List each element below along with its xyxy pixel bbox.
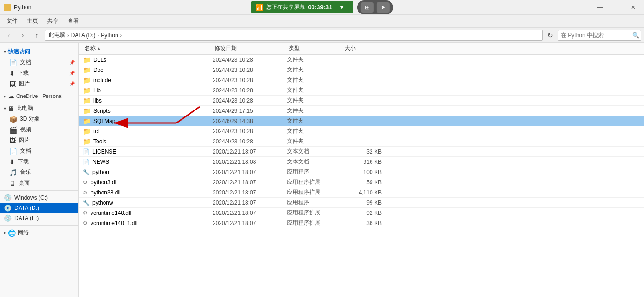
refresh-button[interactable]: ↻ — [545, 30, 556, 41]
table-row[interactable]: 📄 NEWS 2020/12/21 18:08 文本文档 916 KB — [79, 157, 644, 167]
file-name-cell: ⚙ vcruntime140_1.dll — [79, 220, 209, 226]
menu-file[interactable]: 文件 — [2, 15, 22, 27]
search-icon: 🔍 — [632, 32, 639, 39]
dll-icon: ⚙ — [83, 210, 88, 216]
sidebar-onedrive-header[interactable]: ▸ ☁ OneDrive - Personal — [0, 91, 78, 101]
share-controls: ⊞ ➤ — [357, 0, 393, 14]
3d-icon: 📦 — [9, 116, 17, 123]
col-size-label: 大小 — [345, 45, 356, 52]
sidebar-network-section: ▸ 🌐 网络 — [0, 227, 78, 238]
file-name-cell: 📁 SQLMap — [79, 117, 209, 125]
breadcrumb-python[interactable]: Python — [101, 32, 118, 39]
sidebar-item-desktop[interactable]: 🖥 桌面 — [0, 178, 78, 188]
share-ctrl-arrow-button[interactable]: ➤ — [377, 2, 390, 13]
drive-c-label: Windows (C:) — [14, 194, 48, 201]
restore-button[interactable]: □ — [610, 2, 624, 13]
file-name-text: LICENSE — [92, 148, 116, 155]
menu-view[interactable]: 查看 — [63, 15, 84, 27]
file-type-cell: 应用程序 — [283, 168, 339, 176]
search-input[interactable] — [561, 32, 631, 39]
file-date-cell: 2024/4/23 10:28 — [209, 57, 283, 63]
table-row[interactable]: ⚙ vcruntime140.dll 2020/12/21 18:07 应用程序… — [79, 208, 644, 218]
table-row[interactable]: 🔧 python 2020/12/21 18:07 应用程序 100 KB — [79, 167, 644, 177]
pin-icon: 📌 — [69, 60, 75, 65]
sidebar-item-label: 音乐 — [20, 168, 31, 176]
menu-share[interactable]: 共享 — [43, 15, 63, 27]
file-name-text: python38.dll — [91, 189, 121, 196]
search-box[interactable]: 🔍 — [558, 30, 641, 41]
folder-icon: 📁 — [83, 87, 91, 94]
sidebar-pc-section: ▾ 🖥 此电脑 📦 3D 对象 🎬 视频 🖼 图片 📄 — [0, 103, 78, 188]
table-row[interactable]: 📁 DLLs 2024/4/23 10:28 文件夹 — [79, 55, 644, 65]
file-name-text: python3.dll — [91, 179, 117, 186]
up-button[interactable]: ↑ — [31, 29, 43, 41]
file-type-cell: 文本文档 — [283, 148, 339, 155]
folder-icon: 📁 — [83, 117, 91, 125]
table-row[interactable]: 📁 SQLMap 2024/6/29 14:38 文件夹 — [79, 116, 644, 126]
share-dropdown-button[interactable]: ▼ — [335, 2, 348, 13]
address-bar-right: ↻ — [545, 30, 556, 41]
forward-button[interactable]: › — [17, 29, 29, 41]
table-row[interactable]: 📁 Tools 2024/4/23 10:28 文件夹 — [79, 136, 644, 147]
file-name-text: libs — [93, 97, 102, 104]
table-row[interactable]: 📁 Doc 2024/4/23 10:28 文件夹 — [79, 65, 644, 75]
sidebar-drive-e[interactable]: 💿 DATA (E:) — [0, 213, 78, 223]
table-row[interactable]: 📁 Scripts 2024/4/29 17:15 文件夹 — [79, 106, 644, 116]
menu-home[interactable]: 主页 — [22, 15, 43, 27]
table-row[interactable]: 📁 include 2024/4/23 10:28 文件夹 — [79, 75, 644, 85]
col-header-size[interactable]: 大小 — [341, 45, 387, 52]
file-name-cell: 📁 libs — [79, 97, 209, 104]
minimize-button[interactable]: — — [593, 2, 607, 13]
table-row[interactable]: 📁 tcl 2024/4/23 10:28 文件夹 — [79, 126, 644, 136]
file-list-container: 名称 ▲ 修改日期 类型 大小 📁 DLLs 2024/4/23 10:28 文… — [79, 43, 644, 297]
network-label: 网络 — [18, 229, 29, 237]
file-size-cell: 916 KB — [339, 159, 385, 165]
file-name-text: Tools — [93, 138, 106, 145]
col-header-name[interactable]: 名称 ▲ — [81, 45, 211, 52]
sidebar-drive-c[interactable]: 💿 Windows (C:) — [0, 193, 78, 203]
window-controls: — □ ✕ — [593, 2, 640, 13]
table-row[interactable]: ⚙ python3.dll 2020/12/21 18:07 应用程序扩展 59… — [79, 177, 644, 187]
sidebar-item-downloads[interactable]: ⬇ 下载 — [0, 156, 78, 167]
sidebar-item-documents-quick[interactable]: 📄 文档 📌 — [0, 57, 78, 68]
table-row[interactable]: 📁 Lib 2024/4/23 10:28 文件夹 — [79, 85, 644, 96]
table-row[interactable]: 📄 LICENSE 2020/12/21 18:07 文本文档 32 KB — [79, 147, 644, 157]
file-name-cell: ⚙ vcruntime140.dll — [79, 210, 209, 216]
sidebar-item-3d[interactable]: 📦 3D 对象 — [0, 114, 78, 124]
col-date-label: 修改日期 — [215, 45, 237, 52]
sidebar-item-label: 文档 — [20, 58, 31, 66]
file-type-cell: 文件夹 — [283, 107, 339, 115]
share-ctrl-grid-button[interactable]: ⊞ — [361, 2, 374, 13]
col-header-date[interactable]: 修改日期 — [211, 45, 285, 52]
pictures-2-icon: 🖼 — [9, 137, 16, 144]
sidebar-item-pictures[interactable]: 🖼 图片 — [0, 135, 78, 146]
title-bar: Python 📶 您正在共享屏幕 00:39:31 ▼ ⊞ ➤ — □ ✕ — [0, 0, 644, 15]
sidebar-quick-access-header[interactable]: ▾ 快速访问 — [0, 46, 78, 57]
table-row[interactable]: ⚙ vcruntime140_1.dll 2020/12/21 18:07 应用… — [79, 218, 644, 228]
col-header-type[interactable]: 类型 — [285, 45, 341, 52]
table-row[interactable]: 🔧 pythonw 2020/12/21 18:07 应用程序 99 KB — [79, 198, 644, 208]
table-row[interactable]: ⚙ python38.dll 2020/12/21 18:07 应用程序扩展 4… — [79, 187, 644, 198]
sidebar-item-video[interactable]: 🎬 视频 — [0, 124, 78, 135]
sidebar-item-pictures-quick[interactable]: 🖼 图片 📌 — [0, 78, 78, 89]
breadcrumb-computer[interactable]: 此电脑 — [49, 31, 65, 39]
sidebar-pc-header[interactable]: ▾ 🖥 此电脑 — [0, 103, 78, 114]
sidebar-item-label: 下载 — [18, 69, 29, 77]
sidebar-item-downloads-quick[interactable]: ⬇ 下载 📌 — [0, 68, 78, 78]
close-button[interactable]: ✕ — [626, 2, 640, 13]
file-type-cell: 文件夹 — [283, 56, 339, 64]
sidebar-onedrive-section: ▸ ☁ OneDrive - Personal — [0, 91, 78, 101]
file-date-cell: 2020/12/21 18:07 — [209, 220, 283, 226]
sidebar-item-docs[interactable]: 📄 文档 — [0, 146, 78, 156]
sidebar-drives-section: 💿 Windows (C:) 💿 DATA (D:) 💿 DATA (E:) — [0, 193, 78, 223]
file-date-cell: 2020/12/21 18:07 — [209, 189, 283, 196]
file-date-cell: 2020/12/21 18:07 — [209, 179, 283, 186]
col-name-label: 名称 — [85, 45, 96, 52]
sidebar-network-header[interactable]: ▸ 🌐 网络 — [0, 227, 78, 238]
sidebar-drive-d[interactable]: 💿 DATA (D:) — [0, 203, 78, 213]
address-bar[interactable]: 此电脑 › DATA (D:) › Python › — [45, 30, 543, 41]
table-row[interactable]: 📁 libs 2024/4/23 10:28 文件夹 — [79, 96, 644, 106]
breadcrumb-data-d[interactable]: DATA (D:) — [71, 32, 96, 39]
back-button[interactable]: ‹ — [3, 29, 15, 41]
sidebar-item-music[interactable]: 🎵 音乐 — [0, 167, 78, 178]
